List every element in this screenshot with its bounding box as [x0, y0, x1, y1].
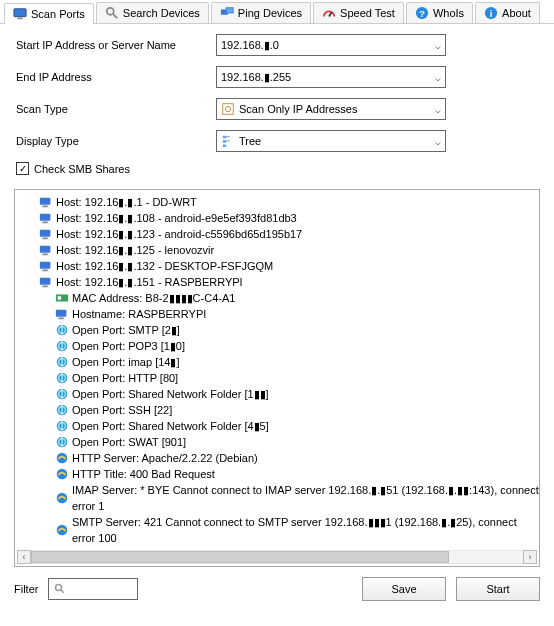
tab-label: WhoIs [433, 7, 464, 19]
detail-node[interactable]: Open Port: Shared Network Folder [1▮▮] [21, 386, 539, 402]
detail-label: HTTP Server: Apache/2.2.22 (Debian) [72, 450, 258, 466]
port-icon [55, 323, 69, 337]
end-ip-combo[interactable]: 192.168.▮.255 ⌵ [216, 66, 446, 88]
host-label: Host: 192.16▮.▮.108 - android-e9e5ef393f… [56, 210, 297, 226]
tab-speed-test[interactable]: Speed Test [313, 2, 404, 23]
host-node[interactable]: Host: 192.16▮.▮.1 - DD-WRT [21, 194, 539, 210]
scan-icon [221, 102, 235, 116]
detail-node[interactable]: HTTP Server: Apache/2.2.22 (Debian) [21, 450, 539, 466]
tab-label: About [502, 7, 531, 19]
detail-node[interactable]: SMTP Server: 421 Cannot connect to SMTP … [21, 514, 539, 546]
detail-label: Open Port: imap [14▮] [72, 354, 180, 370]
scroll-track[interactable] [31, 550, 523, 564]
detail-label: Open Port: Shared Network Folder [4▮5] [72, 418, 269, 434]
svg-rect-13 [223, 136, 227, 139]
svg-rect-23 [43, 238, 48, 240]
monitor-icon [39, 243, 53, 257]
ie-icon [55, 467, 69, 481]
tab-label: Ping Devices [238, 7, 302, 19]
svg-line-55 [61, 590, 64, 593]
monitor-icon [39, 227, 53, 241]
monitor-icon [39, 195, 53, 209]
tab-label: Search Devices [123, 7, 200, 19]
host-label: Host: 192.16▮.▮.125 - lenovozvir [56, 242, 214, 258]
port-icon [55, 371, 69, 385]
detail-node[interactable]: Open Port: SMTP [2▮] [21, 322, 539, 338]
tab-ping-devices[interactable]: Ping Devices [211, 2, 311, 23]
start-ip-combo[interactable]: 192.168.▮.0 ⌵ [216, 34, 446, 56]
svg-rect-25 [43, 254, 48, 256]
chevron-down-icon: ⌵ [435, 72, 441, 83]
host-node[interactable]: Host: 192.16▮.▮.132 - DESKTOP-FSFJGQM [21, 258, 539, 274]
detail-label: Open Port: SMTP [2▮] [72, 322, 180, 338]
host-icon [55, 307, 69, 321]
scroll-right-icon[interactable]: › [523, 550, 537, 564]
svg-rect-22 [40, 230, 51, 237]
detail-node[interactable]: Hostname: RASPBERRYPI [21, 306, 539, 322]
detail-node[interactable]: Open Port: POP3 [1▮0] [21, 338, 539, 354]
svg-rect-1 [17, 18, 22, 20]
bottom-bar: Filter Save Start [0, 573, 554, 605]
detail-label: Open Port: Shared Network Folder [1▮▮] [72, 386, 269, 402]
tab-about[interactable]: i About [475, 2, 540, 23]
detail-node[interactable]: HTTP Title: 400 Bad Request [21, 466, 539, 482]
detail-label: SMTP Server: 421 Cannot connect to SMTP … [72, 514, 539, 546]
start-button-label: Start [486, 583, 509, 595]
check-smb-row[interactable]: ✓ Check SMB Shares [16, 162, 538, 175]
result-tree[interactable]: Host: 192.16▮.▮.1 - DD-WRTHost: 192.16▮.… [21, 194, 539, 562]
detail-label: Open Port: SWAT [901] [72, 434, 186, 450]
magnifier-icon [53, 582, 67, 596]
scroll-thumb[interactable] [31, 551, 449, 563]
detail-label: Open Port: HTTP [80] [72, 370, 178, 386]
detail-node[interactable]: MAC Address: B8-2▮▮▮▮C-C4-A1 [21, 290, 539, 306]
detail-node[interactable]: Open Port: SSH [22] [21, 402, 539, 418]
port-icon [55, 387, 69, 401]
host-node[interactable]: Host: 192.16▮.▮.123 - android-c5596bd65d… [21, 226, 539, 242]
svg-rect-28 [40, 278, 51, 285]
tab-whois[interactable]: ? WhoIs [406, 2, 473, 23]
detail-label: Open Port: SSH [22] [72, 402, 172, 418]
end-ip-label: End IP Address [16, 71, 216, 83]
detail-node[interactable]: Open Port: HTTP [80] [21, 370, 539, 386]
detail-label: Open Port: POP3 [1▮0] [72, 338, 185, 354]
horizontal-scrollbar[interactable]: ‹ › [17, 550, 537, 564]
scan-type-value: Scan Only IP Addresses [239, 103, 435, 115]
nic-icon [55, 291, 69, 305]
svg-rect-27 [43, 270, 48, 272]
svg-rect-20 [40, 214, 51, 221]
filter-input[interactable] [48, 578, 138, 600]
start-ip-value: 192.168.▮.0 [221, 39, 435, 52]
port-icon [55, 419, 69, 433]
scan-type-combo[interactable]: Scan Only IP Addresses ⌵ [216, 98, 446, 120]
detail-node[interactable]: Open Port: SWAT [901] [21, 434, 539, 450]
detail-node[interactable]: Open Port: Shared Network Folder [4▮5] [21, 418, 539, 434]
host-label: Host: 192.16▮.▮.1 - DD-WRT [56, 194, 197, 210]
tab-search-devices[interactable]: Search Devices [96, 2, 209, 23]
checkbox-checked-icon[interactable]: ✓ [16, 162, 29, 175]
display-type-combo[interactable]: Tree ⌵ [216, 130, 446, 152]
question-icon: ? [415, 6, 429, 20]
svg-rect-29 [43, 286, 48, 288]
scroll-left-icon[interactable]: ‹ [17, 550, 31, 564]
host-node[interactable]: Host: 192.16▮.▮.108 - android-e9e5ef393f… [21, 210, 539, 226]
end-ip-value: 192.168.▮.255 [221, 71, 435, 84]
detail-node[interactable]: Open Port: imap [14▮] [21, 354, 539, 370]
tab-scan-ports[interactable]: Scan Ports [4, 3, 94, 24]
scan-type-label: Scan Type [16, 103, 216, 115]
chevron-down-icon: ⌵ [435, 40, 441, 51]
svg-rect-19 [43, 206, 48, 208]
svg-rect-5 [226, 8, 233, 13]
host-node[interactable]: Host: 192.16▮.▮.125 - lenovozvir [21, 242, 539, 258]
svg-rect-18 [40, 198, 51, 205]
svg-line-3 [113, 14, 117, 18]
port-icon [55, 403, 69, 417]
info-icon: i [484, 6, 498, 20]
save-button[interactable]: Save [362, 577, 446, 601]
ie-icon [55, 491, 69, 505]
svg-point-2 [107, 8, 114, 15]
start-button[interactable]: Start [456, 577, 540, 601]
svg-rect-33 [59, 318, 64, 320]
host-node[interactable]: Host: 192.16▮.▮.151 - RASPBERRYPI [21, 274, 539, 290]
svg-rect-15 [223, 145, 227, 148]
detail-node[interactable]: IMAP Server: * BYE Cannot connect to IMA… [21, 482, 539, 514]
